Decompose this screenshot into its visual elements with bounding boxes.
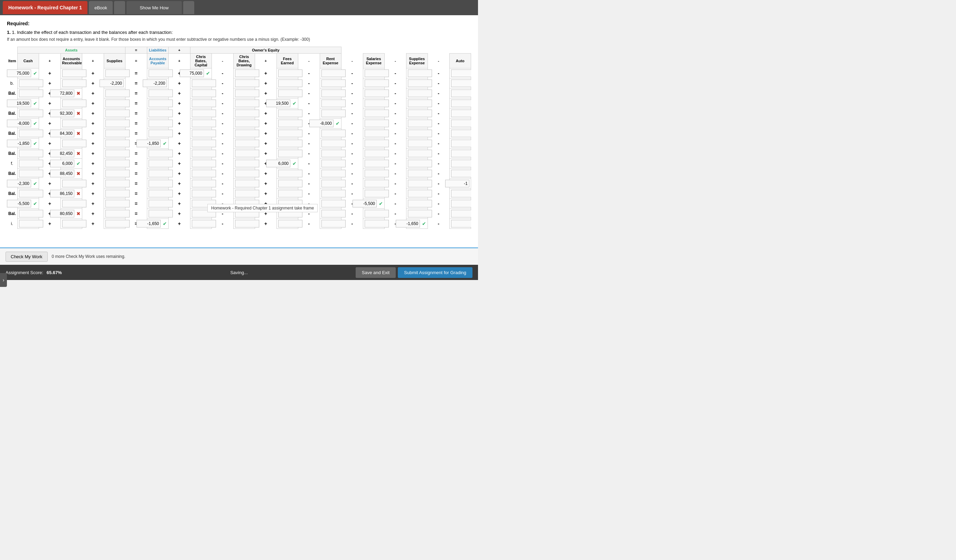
table-cell[interactable]: [104, 199, 126, 209]
table-cell[interactable]: [104, 109, 126, 119]
table-cell[interactable]: [363, 149, 385, 159]
table-cell[interactable]: [190, 119, 212, 129]
table-cell[interactable]: [104, 159, 126, 169]
table-cell[interactable]: [277, 169, 298, 179]
table-cell[interactable]: [60, 179, 82, 189]
table-cell[interactable]: [17, 109, 39, 119]
table-cell[interactable]: [190, 99, 212, 109]
table-cell[interactable]: [320, 209, 341, 219]
table-cell[interactable]: [449, 199, 471, 209]
table-cell[interactable]: [363, 99, 385, 109]
table-cell[interactable]: [147, 179, 169, 189]
table-cell[interactable]: [233, 189, 255, 199]
table-cell[interactable]: [363, 189, 385, 199]
table-cell[interactable]: [449, 149, 471, 159]
table-cell[interactable]: [233, 209, 255, 219]
table-cell[interactable]: [449, 189, 471, 199]
table-cell[interactable]: [406, 179, 428, 189]
table-cell[interactable]: [17, 79, 39, 88]
table-cell[interactable]: [449, 129, 471, 138]
table-cell[interactable]: [233, 219, 255, 229]
table-cell[interactable]: [363, 109, 385, 119]
table-cell[interactable]: [320, 219, 341, 229]
table-cell[interactable]: [104, 179, 126, 189]
table-cell[interactable]: [190, 79, 212, 88]
table-cell[interactable]: [104, 119, 126, 129]
table-cell[interactable]: [104, 149, 126, 159]
ebook-tab[interactable]: eBook: [89, 1, 113, 14]
table-cell[interactable]: [233, 169, 255, 179]
table-cell[interactable]: [277, 189, 298, 199]
table-cell[interactable]: [406, 169, 428, 179]
table-cell[interactable]: [277, 138, 298, 149]
show-me-how-btn[interactable]: Show Me How: [126, 1, 182, 14]
table-cell[interactable]: [277, 68, 298, 79]
table-cell[interactable]: [147, 199, 169, 209]
table-cell[interactable]: [60, 119, 82, 129]
table-cell[interactable]: [190, 109, 212, 119]
table-cell[interactable]: [190, 159, 212, 169]
table-cell[interactable]: [60, 79, 82, 88]
table-cell[interactable]: [406, 88, 428, 99]
table-cell[interactable]: [233, 99, 255, 109]
table-cell[interactable]: [17, 169, 39, 179]
table-cell[interactable]: [406, 209, 428, 219]
table-cell[interactable]: [363, 209, 385, 219]
table-cell[interactable]: [60, 99, 82, 109]
table-cell[interactable]: [320, 109, 341, 119]
table-cell[interactable]: [147, 68, 169, 79]
table-cell[interactable]: [320, 199, 341, 209]
table-cell[interactable]: [277, 199, 298, 209]
table-cell[interactable]: [233, 179, 255, 189]
table-cell[interactable]: [190, 129, 212, 138]
submit-button[interactable]: Submit Assignment for Grading: [398, 267, 472, 278]
table-cell[interactable]: [320, 149, 341, 159]
table-cell[interactable]: [406, 159, 428, 169]
table-cell[interactable]: [147, 99, 169, 109]
table-cell[interactable]: [190, 209, 212, 219]
table-cell[interactable]: [449, 109, 471, 119]
table-cell[interactable]: [449, 119, 471, 129]
table-cell[interactable]: [233, 119, 255, 129]
table-cell[interactable]: [277, 119, 298, 129]
table-cell[interactable]: [190, 138, 212, 149]
table-cell[interactable]: [233, 88, 255, 99]
table-cell[interactable]: [363, 159, 385, 169]
table-cell[interactable]: [363, 119, 385, 129]
table-cell[interactable]: [277, 149, 298, 159]
table-cell[interactable]: [233, 138, 255, 149]
table-cell[interactable]: [320, 79, 341, 88]
table-cell[interactable]: [320, 129, 341, 138]
table-cell[interactable]: [17, 149, 39, 159]
table-cell[interactable]: [147, 149, 169, 159]
table-cell[interactable]: [449, 219, 471, 229]
table-cell[interactable]: [449, 68, 471, 79]
table-cell[interactable]: [320, 179, 341, 189]
table-cell[interactable]: [233, 149, 255, 159]
table-cell[interactable]: [406, 109, 428, 119]
table-cell[interactable]: [17, 189, 39, 199]
table-cell[interactable]: [449, 79, 471, 88]
table-cell[interactable]: [233, 129, 255, 138]
table-cell[interactable]: [104, 169, 126, 179]
table-cell[interactable]: [406, 99, 428, 109]
table-cell[interactable]: [277, 79, 298, 88]
table-cell[interactable]: [104, 219, 126, 229]
table-cell[interactable]: [449, 88, 471, 99]
table-cell[interactable]: [147, 169, 169, 179]
table-cell[interactable]: [363, 68, 385, 79]
table-cell[interactable]: [104, 129, 126, 138]
table-cell[interactable]: [190, 88, 212, 99]
table-cell[interactable]: [104, 189, 126, 199]
table-cell[interactable]: [277, 129, 298, 138]
table-cell[interactable]: [190, 149, 212, 159]
table-cell[interactable]: [190, 189, 212, 199]
table-cell[interactable]: [190, 219, 212, 229]
table-cell[interactable]: [233, 199, 255, 209]
table-cell[interactable]: [320, 99, 341, 109]
table-cell[interactable]: [190, 179, 212, 189]
table-cell[interactable]: [406, 79, 428, 88]
table-cell[interactable]: [277, 219, 298, 229]
table-cell[interactable]: [104, 209, 126, 219]
table-cell[interactable]: [277, 209, 298, 219]
